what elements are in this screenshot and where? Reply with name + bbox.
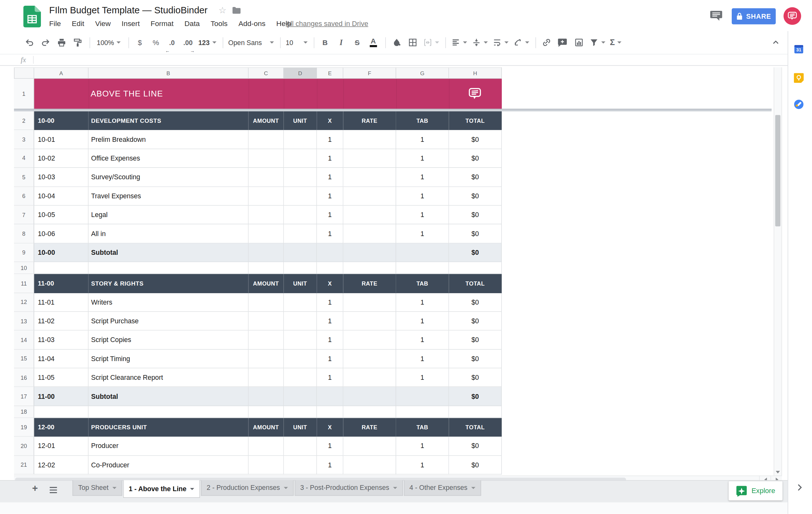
cell-E21[interactable]: 1 bbox=[317, 456, 343, 474]
cell-E3[interactable]: 1 bbox=[317, 130, 343, 149]
insert-comment-icon[interactable] bbox=[557, 36, 569, 49]
cell-D11[interactable]: UNIT bbox=[284, 274, 317, 293]
vertical-scrollbar[interactable] bbox=[774, 67, 782, 476]
row-number-4[interactable]: 4 bbox=[14, 149, 34, 168]
cell-H2[interactable]: TOTAL bbox=[449, 111, 502, 130]
cell-B19[interactable]: PRODUCERS UNIT bbox=[88, 418, 249, 436]
cell-H9[interactable]: $0 bbox=[449, 244, 502, 262]
cell-C12[interactable] bbox=[249, 293, 284, 312]
cell-D6[interactable] bbox=[284, 187, 317, 206]
row-number-14[interactable]: 14 bbox=[14, 331, 34, 349]
cell-E7[interactable]: 1 bbox=[317, 206, 343, 224]
italic-icon[interactable]: I bbox=[335, 36, 347, 49]
text-rotation-icon[interactable] bbox=[513, 36, 529, 49]
cell-C19[interactable]: AMOUNT bbox=[249, 418, 284, 436]
all-sheets-menu-icon[interactable] bbox=[50, 487, 57, 493]
cell-E5[interactable]: 1 bbox=[317, 168, 343, 187]
cell-G14[interactable]: 1 bbox=[396, 331, 449, 349]
cell-C5[interactable] bbox=[249, 168, 284, 187]
cell-B5[interactable]: Survey/Scouting bbox=[88, 168, 249, 187]
row-number-10[interactable]: 10 bbox=[14, 262, 34, 274]
cell-G8[interactable]: 1 bbox=[396, 224, 449, 243]
cell-A16[interactable]: 11-05 bbox=[34, 368, 88, 387]
menu-file[interactable]: File bbox=[49, 19, 61, 27]
cell-D16[interactable] bbox=[284, 368, 317, 387]
cell-E11[interactable]: X bbox=[317, 274, 343, 293]
row-number-15[interactable]: 15 bbox=[14, 350, 34, 368]
explore-button[interactable]: Explore bbox=[729, 481, 783, 501]
cell-B12[interactable]: Writers bbox=[88, 293, 249, 312]
cell-E9[interactable] bbox=[317, 244, 343, 262]
cell-G10[interactable] bbox=[396, 262, 449, 274]
column-header-E[interactable]: E bbox=[317, 67, 343, 79]
cell-E15[interactable]: 1 bbox=[317, 350, 343, 368]
cell-B3[interactable]: Prelim Breakdown bbox=[88, 130, 249, 149]
keep-icon[interactable] bbox=[794, 73, 804, 85]
cell-E8[interactable]: 1 bbox=[317, 224, 343, 243]
cell-G6[interactable]: 1 bbox=[396, 187, 449, 206]
cell-B21[interactable]: Co-Producer bbox=[88, 456, 249, 474]
cell-C13[interactable] bbox=[249, 312, 284, 331]
cell-F19[interactable]: RATE bbox=[343, 418, 396, 436]
cell-A14[interactable]: 11-03 bbox=[34, 331, 88, 349]
row-number-11[interactable]: 11 bbox=[14, 274, 34, 293]
cell-E16[interactable]: 1 bbox=[317, 368, 343, 387]
cell-A21[interactable]: 12-02 bbox=[34, 456, 88, 474]
row-number-16[interactable]: 16 bbox=[14, 368, 34, 387]
cell-H4[interactable]: $0 bbox=[449, 149, 502, 168]
cell-B17[interactable]: Subtotal bbox=[88, 387, 249, 406]
expand-panel-chevron-icon[interactable] bbox=[795, 483, 804, 494]
borders-icon[interactable] bbox=[407, 36, 418, 49]
sheet-tab-1-above-the-line[interactable]: 1 - Above the Line bbox=[123, 480, 200, 498]
cell-A13[interactable]: 11-02 bbox=[34, 312, 88, 331]
increase-decimal-icon[interactable]: .00→ bbox=[182, 36, 194, 49]
row-number-21[interactable]: 21 bbox=[14, 456, 34, 474]
redo-icon[interactable] bbox=[40, 36, 51, 49]
cell-E18[interactable] bbox=[317, 406, 343, 418]
decrease-decimal-icon[interactable]: .0← bbox=[166, 36, 178, 49]
cell-C7[interactable] bbox=[249, 206, 284, 224]
cell-G16[interactable]: 1 bbox=[396, 368, 449, 387]
cell-E19[interactable]: X bbox=[317, 418, 343, 436]
cell-B10[interactable] bbox=[88, 262, 249, 274]
cell-H21[interactable]: $0 bbox=[449, 456, 502, 474]
more-formats-select[interactable]: 123 bbox=[198, 36, 216, 49]
cell-F10[interactable] bbox=[343, 262, 396, 274]
zoom-select[interactable]: 100% bbox=[95, 36, 122, 49]
cell-H5[interactable]: $0 bbox=[449, 168, 502, 187]
cell-H15[interactable]: $0 bbox=[449, 350, 502, 368]
cell-F15[interactable] bbox=[343, 350, 396, 368]
cell-F16[interactable] bbox=[343, 368, 396, 387]
cell-A7[interactable]: 10-05 bbox=[34, 206, 88, 224]
cell-B11[interactable]: STORY & RIGHTS bbox=[88, 274, 249, 293]
cell-D13[interactable] bbox=[284, 312, 317, 331]
cell-G15[interactable]: 1 bbox=[396, 350, 449, 368]
add-sheet-icon[interactable]: + bbox=[32, 483, 38, 494]
cell-C14[interactable] bbox=[249, 331, 284, 349]
row-number-3[interactable]: 3 bbox=[14, 130, 34, 149]
cell-D18[interactable] bbox=[284, 406, 317, 418]
font-select[interactable]: Open Sans bbox=[228, 36, 274, 49]
cell-B14[interactable]: Script Copies bbox=[88, 331, 249, 349]
column-header-F[interactable]: F bbox=[343, 67, 396, 79]
merge-cells-icon[interactable] bbox=[423, 36, 439, 49]
cell-C17[interactable] bbox=[249, 387, 284, 406]
cell-B16[interactable]: Script Clearance Report bbox=[88, 368, 249, 387]
select-all-corner[interactable] bbox=[14, 67, 34, 79]
row-number-18[interactable]: 18 bbox=[14, 406, 34, 418]
menu-insert[interactable]: Insert bbox=[121, 19, 140, 27]
cell-E17[interactable] bbox=[317, 387, 343, 406]
cell-D5[interactable] bbox=[284, 168, 317, 187]
filter-icon[interactable] bbox=[589, 36, 605, 49]
save-status-link[interactable]: All changes saved in Drive bbox=[286, 20, 368, 27]
cell-G2[interactable]: TAB bbox=[396, 111, 449, 130]
cell-A8[interactable]: 10-06 bbox=[34, 224, 88, 243]
cell-D17[interactable] bbox=[284, 387, 317, 406]
sheet-tab-menu-icon[interactable] bbox=[393, 487, 397, 489]
cell-G3[interactable]: 1 bbox=[396, 130, 449, 149]
cell-D3[interactable] bbox=[284, 130, 317, 149]
comment-history-icon[interactable] bbox=[710, 10, 722, 24]
cell-C21[interactable] bbox=[249, 456, 284, 474]
frozen-row-divider[interactable] bbox=[14, 109, 772, 111]
cell-F3[interactable] bbox=[343, 130, 396, 149]
